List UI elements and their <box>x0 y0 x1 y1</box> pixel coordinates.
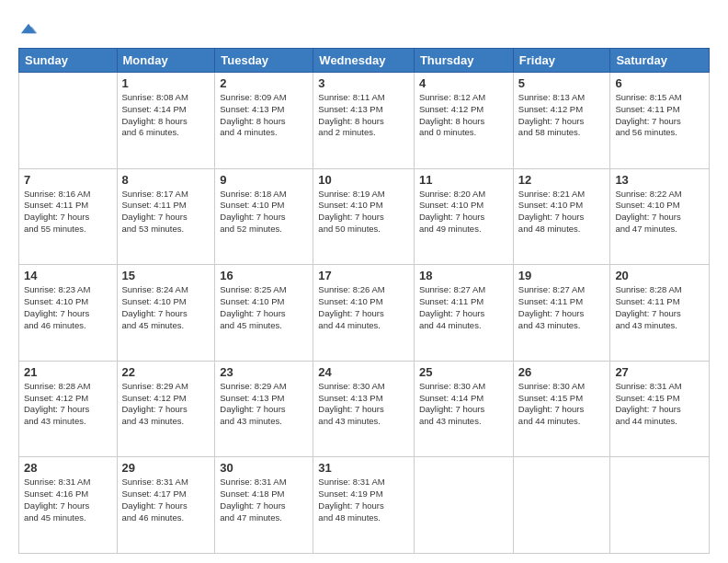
calendar-week-2: 14Sunrise: 8:23 AM Sunset: 4:10 PM Dayli… <box>19 265 710 362</box>
day-info: Sunrise: 8:18 AM Sunset: 4:10 PM Dayligh… <box>220 189 308 236</box>
day-info: Sunrise: 8:17 AM Sunset: 4:11 PM Dayligh… <box>122 189 210 236</box>
day-info: Sunrise: 8:13 AM Sunset: 4:12 PM Dayligh… <box>518 92 606 139</box>
day-number: 1 <box>122 76 210 90</box>
day-number: 29 <box>122 461 210 475</box>
calendar-header: SundayMondayTuesdayWednesdayThursdayFrid… <box>19 49 710 73</box>
day-number: 6 <box>615 76 704 90</box>
day-info: Sunrise: 8:26 AM Sunset: 4:10 PM Dayligh… <box>318 284 409 331</box>
day-info: Sunrise: 8:11 AM Sunset: 4:13 PM Dayligh… <box>318 92 409 139</box>
weekday-row: SundayMondayTuesdayWednesdayThursdayFrid… <box>19 49 710 73</box>
calendar-cell: 3Sunrise: 8:11 AM Sunset: 4:13 PM Daylig… <box>313 73 415 169</box>
day-number: 12 <box>518 173 606 187</box>
day-info: Sunrise: 8:19 AM Sunset: 4:10 PM Dayligh… <box>318 189 409 236</box>
day-number: 31 <box>318 461 409 475</box>
day-info: Sunrise: 8:27 AM Sunset: 4:11 PM Dayligh… <box>518 284 606 331</box>
calendar-cell: 25Sunrise: 8:30 AM Sunset: 4:14 PM Dayli… <box>414 361 513 457</box>
calendar-cell: 13Sunrise: 8:22 AM Sunset: 4:10 PM Dayli… <box>610 168 710 265</box>
calendar-cell: 7Sunrise: 8:16 AM Sunset: 4:11 PM Daylig… <box>19 168 118 265</box>
day-info: Sunrise: 8:31 AM Sunset: 4:15 PM Dayligh… <box>615 381 704 428</box>
day-number: 23 <box>220 365 308 379</box>
calendar-cell: 29Sunrise: 8:31 AM Sunset: 4:17 PM Dayli… <box>117 457 215 554</box>
calendar-cell: 2Sunrise: 8:09 AM Sunset: 4:13 PM Daylig… <box>215 73 313 169</box>
page: SundayMondayTuesdayWednesdayThursdayFrid… <box>0 0 728 563</box>
day-number: 13 <box>615 173 704 187</box>
calendar-cell: 16Sunrise: 8:25 AM Sunset: 4:10 PM Dayli… <box>215 265 313 362</box>
weekday-header-sunday: Sunday <box>19 49 118 73</box>
day-info: Sunrise: 8:16 AM Sunset: 4:11 PM Dayligh… <box>24 189 112 236</box>
calendar-cell: 18Sunrise: 8:27 AM Sunset: 4:11 PM Dayli… <box>414 265 513 362</box>
day-number: 22 <box>122 365 210 379</box>
day-number: 10 <box>318 173 409 187</box>
day-number: 7 <box>24 173 112 187</box>
calendar-week-3: 21Sunrise: 8:28 AM Sunset: 4:12 PM Dayli… <box>19 361 710 457</box>
calendar-body: 1Sunrise: 8:08 AM Sunset: 4:14 PM Daylig… <box>19 73 710 554</box>
weekday-header-monday: Monday <box>117 49 215 73</box>
day-number: 5 <box>518 76 606 90</box>
calendar-cell: 17Sunrise: 8:26 AM Sunset: 4:10 PM Dayli… <box>313 265 415 362</box>
calendar-week-1: 7Sunrise: 8:16 AM Sunset: 4:11 PM Daylig… <box>19 168 710 265</box>
day-number: 15 <box>122 269 210 282</box>
day-number: 21 <box>24 365 112 379</box>
day-number: 19 <box>518 269 606 282</box>
weekday-header-saturday: Saturday <box>610 49 710 73</box>
day-info: Sunrise: 8:21 AM Sunset: 4:10 PM Dayligh… <box>518 189 606 236</box>
day-number: 3 <box>318 76 409 90</box>
calendar-week-4: 28Sunrise: 8:31 AM Sunset: 4:16 PM Dayli… <box>19 457 710 554</box>
day-number: 30 <box>220 461 308 475</box>
weekday-header-wednesday: Wednesday <box>313 49 415 73</box>
calendar-cell: 21Sunrise: 8:28 AM Sunset: 4:12 PM Dayli… <box>19 361 118 457</box>
day-info: Sunrise: 8:28 AM Sunset: 4:11 PM Dayligh… <box>615 284 704 331</box>
day-info: Sunrise: 8:22 AM Sunset: 4:10 PM Dayligh… <box>615 189 704 236</box>
logo-icon <box>18 18 39 39</box>
day-info: Sunrise: 8:31 AM Sunset: 4:16 PM Dayligh… <box>24 477 112 523</box>
day-number: 18 <box>419 269 508 282</box>
day-info: Sunrise: 8:24 AM Sunset: 4:10 PM Dayligh… <box>122 284 210 331</box>
day-number: 20 <box>615 269 704 282</box>
day-info: Sunrise: 8:27 AM Sunset: 4:11 PM Dayligh… <box>419 284 508 331</box>
weekday-header-friday: Friday <box>513 49 610 73</box>
day-number: 8 <box>122 173 210 187</box>
day-info: Sunrise: 8:31 AM Sunset: 4:19 PM Dayligh… <box>318 477 409 523</box>
day-number: 14 <box>24 269 112 282</box>
calendar-cell <box>414 457 513 554</box>
calendar-cell <box>19 73 118 169</box>
calendar-cell: 31Sunrise: 8:31 AM Sunset: 4:19 PM Dayli… <box>313 457 415 554</box>
logo <box>18 17 42 39</box>
day-info: Sunrise: 8:28 AM Sunset: 4:12 PM Dayligh… <box>24 381 112 428</box>
day-number: 25 <box>419 365 508 379</box>
day-info: Sunrise: 8:23 AM Sunset: 4:10 PM Dayligh… <box>24 284 112 331</box>
day-number: 26 <box>518 365 606 379</box>
day-info: Sunrise: 8:31 AM Sunset: 4:18 PM Dayligh… <box>220 477 308 523</box>
calendar-week-0: 1Sunrise: 8:08 AM Sunset: 4:14 PM Daylig… <box>19 73 710 169</box>
calendar-cell <box>610 457 710 554</box>
weekday-header-thursday: Thursday <box>414 49 513 73</box>
day-info: Sunrise: 8:09 AM Sunset: 4:13 PM Dayligh… <box>220 92 308 139</box>
day-info: Sunrise: 8:30 AM Sunset: 4:13 PM Dayligh… <box>318 381 409 428</box>
header <box>18 17 710 39</box>
day-info: Sunrise: 8:31 AM Sunset: 4:17 PM Dayligh… <box>122 477 210 523</box>
calendar-cell: 26Sunrise: 8:30 AM Sunset: 4:15 PM Dayli… <box>513 361 610 457</box>
day-number: 9 <box>220 173 308 187</box>
calendar-cell: 5Sunrise: 8:13 AM Sunset: 4:12 PM Daylig… <box>513 73 610 169</box>
calendar-cell: 4Sunrise: 8:12 AM Sunset: 4:12 PM Daylig… <box>414 73 513 169</box>
day-info: Sunrise: 8:30 AM Sunset: 4:14 PM Dayligh… <box>419 381 508 428</box>
calendar-cell: 8Sunrise: 8:17 AM Sunset: 4:11 PM Daylig… <box>117 168 215 265</box>
weekday-header-tuesday: Tuesday <box>215 49 313 73</box>
calendar-cell: 28Sunrise: 8:31 AM Sunset: 4:16 PM Dayli… <box>19 457 118 554</box>
day-info: Sunrise: 8:30 AM Sunset: 4:15 PM Dayligh… <box>518 381 606 428</box>
day-info: Sunrise: 8:25 AM Sunset: 4:10 PM Dayligh… <box>220 284 308 331</box>
calendar-cell: 6Sunrise: 8:15 AM Sunset: 4:11 PM Daylig… <box>610 73 710 169</box>
day-info: Sunrise: 8:20 AM Sunset: 4:10 PM Dayligh… <box>419 189 508 236</box>
calendar-cell: 12Sunrise: 8:21 AM Sunset: 4:10 PM Dayli… <box>513 168 610 265</box>
day-number: 16 <box>220 269 308 282</box>
calendar: SundayMondayTuesdayWednesdayThursdayFrid… <box>18 48 710 554</box>
day-info: Sunrise: 8:12 AM Sunset: 4:12 PM Dayligh… <box>419 92 508 139</box>
day-info: Sunrise: 8:29 AM Sunset: 4:13 PM Dayligh… <box>220 381 308 428</box>
calendar-cell: 1Sunrise: 8:08 AM Sunset: 4:14 PM Daylig… <box>117 73 215 169</box>
day-number: 11 <box>419 173 508 187</box>
day-number: 2 <box>220 76 308 90</box>
calendar-cell: 11Sunrise: 8:20 AM Sunset: 4:10 PM Dayli… <box>414 168 513 265</box>
day-number: 24 <box>318 365 409 379</box>
day-number: 17 <box>318 269 409 282</box>
calendar-cell: 22Sunrise: 8:29 AM Sunset: 4:12 PM Dayli… <box>117 361 215 457</box>
